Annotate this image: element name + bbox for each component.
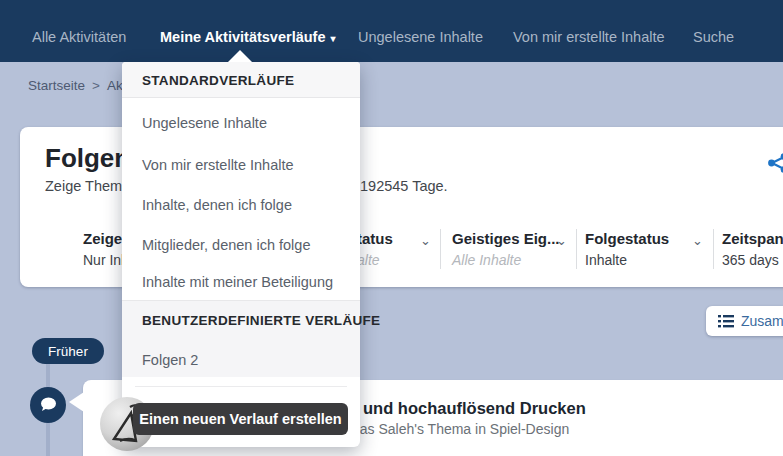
comment-bubble-icon (30, 387, 66, 423)
stream-item-card-tail (69, 392, 84, 412)
breadcrumb-current[interactable]: Ak (107, 78, 123, 93)
filter-status-value: alte (357, 252, 380, 268)
filter-folgestatus-value: Inhalte (585, 252, 627, 268)
nav-ungelesene-inhalte[interactable]: Ungelesene Inhalte (358, 29, 483, 45)
caret-down-icon: ▾ (330, 33, 335, 44)
dropdown-pointer-notch (228, 50, 252, 62)
stream-item-meta: bas Saleh's Thema in Spiel-Design (352, 421, 569, 437)
share-icon[interactable] (766, 151, 783, 175)
zusammenfassung-label: Zusam (741, 313, 783, 329)
filter-divider (713, 229, 714, 269)
summary-list-icon (718, 314, 734, 328)
filter-zeitspanne-label: Zeitspan (722, 230, 783, 247)
dropdown-divider (135, 386, 347, 387)
dropdown-item-beteiligung[interactable]: Inhalte mit meiner Beteiligung (142, 274, 333, 290)
nav-suche[interactable]: Suche (693, 29, 734, 45)
filter-divider (576, 229, 577, 269)
dropdown-item-folgen-2[interactable]: Folgen 2 (142, 352, 198, 368)
dropdown-header-standard: STANDARDVERLÄUFE (122, 73, 360, 88)
dropdown-header-benutzerdefiniert: BENUTZERDEFINIERTE VERLÄUFE (122, 313, 360, 328)
filter-status-label: tatus (357, 230, 393, 247)
filter-geistiges-label: Geistiges Eig... (452, 230, 560, 247)
stream-item-title[interactable]: und hochauflösend Drucken (363, 399, 586, 418)
nav-meine-label: Meine Aktivitätsverläufe (160, 29, 325, 45)
dropdown-item-ungelesene[interactable]: Ungelesene Inhalte (142, 115, 267, 131)
nav-meine-aktivitaetsverlaeufe[interactable]: Meine Aktivitätsverläufe▾ (160, 29, 336, 45)
timeline-badge-frueher: Früher (32, 338, 104, 364)
filter-divider (440, 229, 441, 269)
breadcrumb-home[interactable]: Startseite (28, 78, 85, 93)
page: Alle Aktivitäten Meine Aktivitätsverläuf… (0, 0, 783, 456)
streams-dropdown-menu: STANDARDVERLÄUFE Ungelesene Inhalte Von … (122, 62, 360, 447)
top-navbar: Alle Aktivitäten Meine Aktivitätsverläuf… (0, 0, 783, 62)
dropdown-item-mitglieder-folge[interactable]: Mitglieder, denen ich folge (142, 237, 310, 253)
dropdown-item-von-mir-erstellte[interactable]: Von mir erstellte Inhalte (142, 157, 294, 173)
chevron-down-icon: ⌄ (420, 233, 431, 248)
page-subtitle-right: 192545 Tage. (360, 178, 448, 194)
dropdown-item-inhalte-folge[interactable]: Inhalte, denen ich folge (142, 197, 292, 213)
create-stream-button[interactable]: Einen neuen Verlauf erstellen (133, 403, 348, 435)
filter-zeitspanne-value: 365 days (722, 252, 779, 268)
chevron-down-icon: ⌄ (556, 233, 567, 248)
filter-folgestatus-label: Folgestatus (585, 230, 669, 247)
nav-von-mir-erstellte[interactable]: Von mir erstellte Inhalte (513, 29, 665, 45)
breadcrumb: Startseite>Ak (28, 78, 123, 93)
zusammenfassung-button[interactable]: Zusam (706, 306, 783, 336)
nav-alle-aktivitaeten[interactable]: Alle Aktivitäten (32, 29, 126, 45)
page-subtitle-left: Zeige Them (45, 178, 122, 194)
filter-geistiges-value: Alle Inhalte (452, 252, 521, 268)
chevron-down-icon: ⌄ (692, 233, 703, 248)
page-title: Folgen (45, 143, 130, 174)
breadcrumb-separator: > (92, 78, 100, 93)
